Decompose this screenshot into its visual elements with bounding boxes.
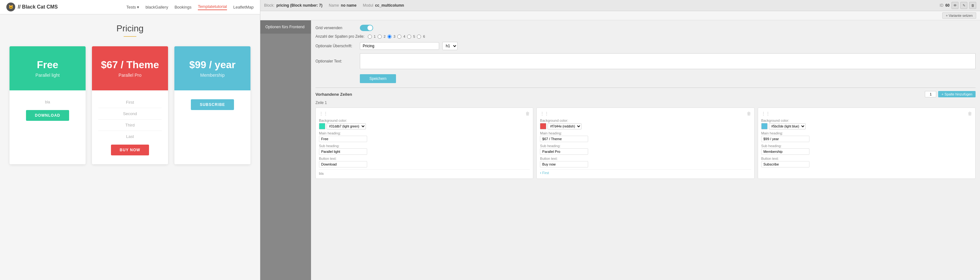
pricing-container: Free Parallel light bla DOWNLOAD $67 / T… (10, 46, 250, 164)
bg-color-row-3: #5bc0de (light blue) (761, 123, 972, 129)
variante-button[interactable]: + Variante setzen (942, 13, 976, 19)
id-label: ID (940, 3, 943, 8)
column-1-header: ⋮⋮ 🗑 (319, 111, 530, 116)
spalten-radio-4[interactable] (397, 35, 401, 39)
card-price-theme: $67 / Theme (98, 59, 162, 71)
main-heading-input-1[interactable] (319, 136, 367, 142)
spalten-label-5: 5 (413, 35, 415, 38)
spalten-radio-6[interactable] (417, 35, 421, 39)
card-bla: bla (16, 97, 79, 108)
button-text-input-2[interactable] (540, 161, 588, 167)
speichern-button[interactable]: Speichern (360, 74, 396, 83)
color-swatch-2[interactable] (540, 123, 546, 129)
sub-heading-group-2: Sub heading: (540, 144, 751, 155)
color-swatch-1[interactable] (319, 123, 325, 129)
uberschrift-label: Optionale Überschrift: (315, 44, 357, 48)
delete-column-1[interactable]: 🗑 (525, 111, 530, 116)
button-text-label-2: Button text: (540, 157, 751, 161)
card-price-free: Free (16, 59, 79, 71)
sub-heading-input-2[interactable] (540, 148, 588, 155)
cms-main-panel: Grid verwenden Anzahl der Spalten pro Ze… (311, 20, 980, 280)
modul-value: cc_multicolumn (375, 3, 404, 8)
subscribe-button[interactable]: SUBSCRIBE (191, 99, 234, 110)
buy-now-button[interactable]: BUY NOW (111, 145, 150, 155)
card-feature-third: Third (98, 119, 162, 131)
column-2-header: ⋮⋮ 🗑 (540, 111, 751, 116)
cms-modul-info: Modul cc_multicolumn (363, 3, 404, 8)
spalten-radio-5[interactable] (407, 35, 411, 39)
card-feature-second: Second (98, 108, 162, 119)
add-spalte-button[interactable]: + Spalte hinzufügen (938, 91, 975, 97)
zeilen-title: Vorhandene Zeilen (315, 92, 352, 97)
name-label: Name (329, 3, 339, 8)
spalten-radio-1[interactable] (368, 35, 372, 39)
bg-color-label-1: Background color: (319, 119, 530, 123)
uberschrift-row: Optionale Überschrift: h1 h2 h3 (315, 42, 975, 50)
main-heading-group-2: Main heading: (540, 131, 751, 142)
drag-handle-2[interactable]: ⋮⋮ (540, 111, 549, 116)
nav-link-tests[interactable]: Tests ▾ (127, 5, 139, 10)
card-header-membership: $99 / year Membership (174, 46, 250, 91)
column-card-3: ⋮⋮ 🗑 Background color: #5bc0de (light bl… (758, 108, 975, 179)
zeile-count-input[interactable] (925, 91, 936, 97)
bg-color-row-2: #f7d44e (reddish) (540, 123, 751, 129)
nav-link-bookings[interactable]: Bookings (174, 5, 191, 10)
zeile-controls: + Spalte hinzufügen (925, 91, 975, 97)
column-extra-2: • First (540, 169, 751, 175)
logo-text: // Black Cat CMS (18, 4, 58, 10)
nav-links: Tests ▾ blackGallery Bookings Templatetu… (127, 4, 254, 10)
color-select-2[interactable]: #f7d44e (reddish) (547, 123, 581, 129)
main-heading-input-3[interactable] (761, 136, 810, 142)
card-price-membership: $99 / year (181, 59, 244, 71)
nav-link-blackgallery[interactable]: blackGallery (146, 5, 169, 10)
bg-color-group-1: Background color: #31ddb7 (light green) (319, 119, 530, 129)
cms-top-icons: ID 60 👁 ✎ 🗑 (940, 2, 976, 9)
button-text-input-1[interactable] (319, 161, 367, 167)
cms-top-bar: Block: pricing (Block number: 7) Name no… (260, 0, 980, 11)
sub-heading-input-1[interactable] (319, 148, 367, 155)
edit-icon[interactable]: ✎ (960, 2, 967, 9)
download-button[interactable]: DOWNLOAD (26, 110, 69, 121)
button-text-group-1: Button text: (319, 157, 530, 167)
card-subtitle-free: Parallel light (16, 73, 79, 78)
column-3-header: ⋮⋮ 🗑 (761, 111, 972, 116)
pricing-card-free: Free Parallel light bla DOWNLOAD (10, 46, 86, 164)
main-heading-input-2[interactable] (540, 136, 588, 142)
uberschrift-tag-select[interactable]: h1 h2 h3 (442, 42, 458, 50)
sub-heading-label-2: Sub heading: (540, 144, 751, 148)
spalten-label-4: 4 (403, 35, 405, 38)
delete-column-2[interactable]: 🗑 (747, 111, 751, 116)
delete-icon[interactable]: 🗑 (969, 2, 976, 9)
color-select-1[interactable]: #31ddb7 (light green) (326, 123, 366, 129)
button-text-input-3[interactable] (761, 161, 810, 167)
spalten-radio-3[interactable] (387, 35, 391, 39)
nav-link-templatetutorial[interactable]: Templatetutorial (198, 4, 227, 10)
uberschrift-input[interactable] (360, 42, 439, 50)
nav-link-leafletmap[interactable]: LeafletMap (233, 5, 254, 10)
color-swatch-3[interactable] (761, 123, 768, 129)
text-input[interactable] (360, 53, 975, 69)
main-heading-group-3: Main heading: (761, 131, 972, 142)
drag-handle-3[interactable]: ⋮⋮ (761, 111, 770, 116)
website-preview: 🐱 // Black Cat CMS Tests ▾ blackGallery … (0, 0, 260, 280)
spalten-radio-2[interactable] (378, 35, 382, 39)
color-select-3[interactable]: #5bc0de (light blue) (769, 123, 806, 129)
visibility-icon[interactable]: 👁 (951, 2, 958, 9)
text-row: Optionaler Text: (315, 53, 975, 69)
card-feature-last: Last (98, 131, 162, 142)
cms-variante-bar: + Variante setzen (260, 11, 980, 20)
spalten-label: Anzahl der Spalten pro Zeile: (315, 34, 364, 39)
cms-editor: Block: pricing (Block number: 7) Name no… (260, 0, 980, 280)
delete-column-3[interactable]: 🗑 (967, 111, 972, 116)
sub-heading-input-3[interactable] (761, 148, 810, 155)
modul-label: Modul (363, 3, 373, 8)
block-label: Block: (264, 3, 275, 8)
sidebar-item-frontend[interactable]: Optionen fürs Frontend (260, 20, 311, 34)
name-value: no name (341, 3, 356, 8)
grid-toggle[interactable] (360, 25, 373, 31)
grid-label: Grid verwenden (315, 26, 357, 30)
drag-handle-1[interactable]: ⋮⋮ (319, 111, 328, 116)
button-text-label-3: Button text: (761, 157, 972, 161)
spalten-label-1: 1 (374, 35, 376, 38)
button-text-group-3: Button text: (761, 157, 972, 167)
